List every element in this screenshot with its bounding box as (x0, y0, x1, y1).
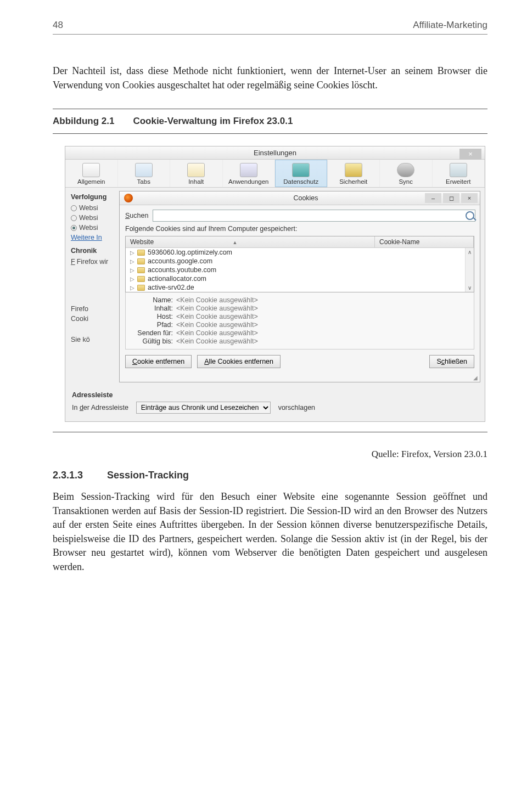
field-label: Pfad: (131, 321, 173, 329)
more-info-link[interactable]: Weitere In (71, 234, 117, 241)
history-heading: Chronik (71, 247, 117, 255)
chevron-right-icon: ▷ (130, 267, 134, 273)
search-icon (466, 211, 474, 220)
site-name: active-srv02.de (148, 284, 194, 291)
list-item[interactable]: ▷5936060.log.optimizely.com (126, 248, 474, 257)
privacy-panel-left: Verfolgung Websi Websi Websi Weitere In … (65, 188, 119, 387)
site-name: accounts.google.com (148, 257, 212, 265)
section-subheading: 2.3.1.3 Session-Tracking (53, 470, 487, 481)
tab-privacy[interactable]: Datenschutz (275, 160, 328, 187)
apps-icon (240, 163, 257, 177)
tab-label: Datenschutz (283, 178, 318, 185)
radio-icon (71, 205, 77, 211)
field-value: <Kein Cookie ausgewählt> (176, 337, 258, 345)
radio-option[interactable]: Websi (71, 224, 117, 232)
figure-bottom-rule (53, 432, 487, 432)
tab-label: Sicherheit (339, 178, 367, 185)
addressbar-prefix: In der AdressleisteIn der Adressleiste (72, 404, 128, 411)
field-label: Senden für: (131, 329, 173, 337)
text: Sie kö (71, 336, 117, 343)
field-label: Host: (131, 313, 173, 320)
search-label: SSuchenuchen (125, 212, 148, 219)
radio-label: Websi (79, 204, 98, 212)
field-label: Name: (131, 296, 173, 304)
folder-icon (137, 250, 145, 256)
tracking-heading: Verfolgung (71, 193, 117, 201)
site-name: actionallocator.com (148, 275, 206, 283)
text: Website (130, 238, 154, 246)
cookies-list: Website ▲ Cookie-Name ▷5936060.log.optim… (125, 236, 474, 292)
chevron-right-icon: ▷ (130, 250, 134, 256)
addressbar-heading: Adressleiste (72, 391, 479, 399)
settings-window: Einstellungen × Allgemein Tabs Inhalt An… (65, 146, 485, 422)
text: Cooki (71, 315, 117, 323)
caption-text: Cookie-Verwaltung im Firefox 23.0.1 (133, 116, 293, 127)
folder-icon (137, 285, 145, 291)
tab-label: Sync (399, 178, 413, 185)
scroll-up-icon[interactable]: ∧ (468, 249, 472, 255)
radio-option[interactable]: Websi (71, 204, 117, 212)
folder-icon (137, 276, 145, 282)
list-item[interactable]: ▷accounts.google.com (126, 257, 474, 266)
tab-label: Erweitert (446, 178, 470, 185)
field-value: <Kein Cookie ausgewählt> (176, 329, 258, 337)
gear-icon (450, 163, 467, 177)
text: Firefo (71, 305, 117, 313)
section-title: Affiliate-Marketing (413, 20, 487, 31)
remove-cookie-button[interactable]: CCookie entfernenookie entfernen (125, 355, 192, 368)
field-value: <Kein Cookie ausgewählt> (176, 321, 258, 329)
maximize-icon[interactable]: ◻ (443, 193, 459, 203)
tab-content[interactable]: Inhalt (170, 160, 223, 187)
body-paragraph-1: Der Nachteil ist, dass diese Methode nic… (53, 64, 487, 92)
chevron-right-icon: ▷ (130, 276, 134, 282)
figure-source: Quelle: Firefox, Version 23.0.1 (53, 449, 487, 460)
tab-applications[interactable]: Anwendungen (223, 160, 276, 187)
caption-label: Abbildung 2.1 (53, 116, 114, 127)
resize-grip-icon[interactable]: ◢ (120, 374, 480, 382)
close-icon[interactable]: × (459, 149, 481, 160)
tab-tabs[interactable]: Tabs (118, 160, 171, 187)
field-value: <Kein Cookie ausgewählt> (176, 313, 258, 320)
field-label: Gültig bis: (131, 337, 173, 345)
folder-icon (137, 258, 145, 264)
content-icon (187, 163, 205, 177)
addressbar-dropdown[interactable]: Einträge aus Chronik und Lesezeichen (136, 402, 271, 414)
tab-advanced[interactable]: Erweitert (433, 160, 485, 187)
scrollbar[interactable]: ∧∨ (465, 248, 474, 292)
settings-toolbar: Allgemein Tabs Inhalt Anwendungen Datens… (65, 160, 485, 188)
close-icon[interactable]: × (461, 193, 478, 203)
folder-icon (137, 267, 145, 273)
general-icon (82, 163, 100, 177)
field-label: Inhalt: (131, 304, 173, 312)
addressbar-suffix: vorschlagen (278, 404, 315, 411)
chevron-right-icon: ▷ (130, 258, 134, 264)
list-item[interactable]: ▷actionallocator.com (126, 274, 474, 283)
column-website[interactable]: Website ▲ (126, 236, 375, 247)
close-button[interactable]: SchließenSchließen (429, 355, 474, 368)
radio-label: Websi (79, 224, 98, 232)
cookies-titlebar: Cookies – ◻ × (120, 191, 480, 205)
remove-all-cookies-button[interactable]: Alle Cookies entfernenAlle Cookies entfe… (197, 355, 281, 368)
settings-title: Einstellungen (254, 149, 296, 157)
tab-sync[interactable]: Sync (380, 160, 433, 187)
subheading-number: 2.3.1.3 (53, 470, 83, 481)
minimize-icon[interactable]: – (425, 193, 441, 203)
addressbar-section: Adressleiste In der AdressleisteIn der A… (65, 387, 485, 421)
search-input[interactable] (153, 210, 475, 222)
list-item[interactable]: ▷accounts.youtube.com (126, 266, 474, 274)
tab-label: Allgemein (77, 178, 105, 185)
tab-label: Tabs (137, 178, 150, 185)
tab-label: Anwendungen (228, 178, 269, 185)
text: Firefox wir (77, 258, 109, 266)
radio-icon (71, 215, 77, 221)
settings-titlebar: Einstellungen × (65, 146, 485, 160)
radio-option[interactable]: Websi (71, 214, 117, 222)
figure-caption: Abbildung 2.1 Cookie-Verwaltung im Firef… (53, 109, 487, 134)
page-number: 48 (53, 20, 63, 31)
tab-general[interactable]: Allgemein (65, 160, 118, 187)
list-item[interactable]: ▷active-srv02.de (126, 283, 474, 292)
cookies-info-text: Folgende Cookies sind auf Ihrem Computer… (125, 225, 474, 233)
scroll-down-icon[interactable]: ∨ (468, 285, 472, 291)
column-cookie-name[interactable]: Cookie-Name (375, 236, 474, 247)
tab-security[interactable]: Sicherheit (328, 160, 380, 187)
